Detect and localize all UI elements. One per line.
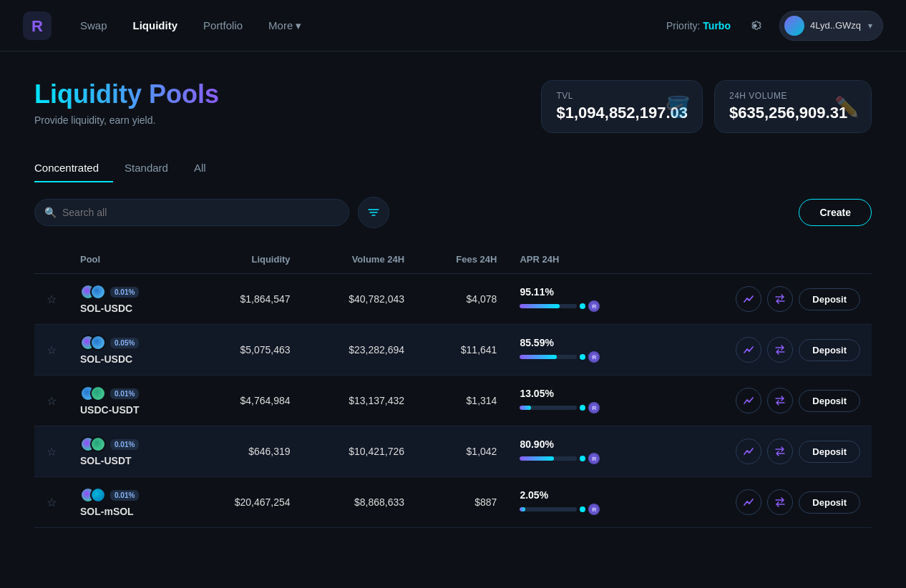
- apr-bar-bg: [520, 355, 577, 359]
- pool-token-icons: 0.01%: [80, 386, 176, 401]
- page-header: Liquidity Pools Provide liquidity, earn …: [34, 80, 872, 133]
- apr-value: 85.59%: [520, 337, 646, 348]
- svg-text:R: R: [31, 17, 43, 35]
- pool-name-cell: 0.01% USDC-USDT: [80, 386, 176, 416]
- fees-value: $1,314: [416, 376, 508, 426]
- wallet-address: 4Lyd..GWzq: [810, 20, 861, 31]
- apr-bar-row: R: [520, 402, 646, 413]
- col-apr: APR 24H: [508, 245, 658, 274]
- apr-dot: [580, 456, 585, 461]
- favorite-button[interactable]: ☆: [47, 343, 57, 357]
- raydium-badge: R: [588, 453, 600, 464]
- tab-standard[interactable]: Standard: [125, 156, 182, 182]
- favorite-button[interactable]: ☆: [47, 496, 57, 509]
- priority-value: Turbo: [703, 20, 731, 31]
- fee-badge: 0.05%: [110, 338, 139, 348]
- liquidity-value: $1,864,547: [187, 274, 301, 325]
- col-volume: Volume 24H: [302, 245, 416, 274]
- liquidity-value: $5,075,463: [187, 325, 301, 376]
- tabs-row: Concentrated Standard All: [34, 156, 872, 182]
- raydium-badge: R: [588, 504, 600, 515]
- pool-pair-name: SOL-mSOL: [80, 506, 176, 517]
- chart-button[interactable]: [736, 489, 761, 515]
- volume-value: $23,282,694: [302, 325, 416, 376]
- fees-value: $11,641: [416, 325, 508, 376]
- nav-swap[interactable]: Swap: [80, 19, 107, 32]
- deposit-button[interactable]: Deposit: [799, 390, 860, 412]
- nav-portfolio[interactable]: Portfolio: [203, 19, 243, 32]
- pool-token-icons: 0.05%: [80, 335, 176, 351]
- fee-badge: 0.01%: [110, 388, 139, 399]
- pool-name-cell: 0.01% SOL-mSOL: [80, 487, 176, 517]
- token-pair: [80, 335, 106, 351]
- nav-more[interactable]: More ▾: [268, 19, 301, 32]
- fee-badge: 0.01%: [110, 439, 139, 450]
- volume-card: 24h Volume $635,256,909.31 ✏️: [714, 80, 872, 133]
- pool-table: Pool Liquidity Volume 24H Fees 24H APR 2…: [34, 245, 872, 528]
- swap-button[interactable]: [767, 438, 793, 464]
- swap-button[interactable]: [767, 388, 793, 413]
- liquidity-value: $4,764,984: [187, 376, 301, 426]
- nav-links: Swap Liquidity Portfolio More ▾: [80, 19, 666, 32]
- apr-bar-row: R: [520, 300, 646, 312]
- search-icon: 🔍: [44, 207, 57, 218]
- deposit-button[interactable]: Deposit: [799, 441, 860, 463]
- favorite-button[interactable]: ☆: [47, 293, 57, 306]
- swap-button[interactable]: [767, 337, 793, 363]
- apr-bar-bg: [520, 456, 577, 461]
- volume-value: $13,137,432: [302, 376, 416, 426]
- app-logo[interactable]: R: [23, 11, 52, 40]
- deposit-button[interactable]: Deposit: [799, 339, 860, 361]
- search-wrapper: 🔍: [34, 199, 349, 226]
- favorite-button[interactable]: ☆: [47, 394, 57, 408]
- pool-name-cell: 0.01% SOL-USDC: [80, 284, 176, 314]
- action-buttons: Deposit: [669, 438, 860, 464]
- apr-dot: [580, 405, 585, 411]
- volume-value: $10,421,726: [302, 426, 416, 477]
- token-pair: [80, 487, 106, 503]
- pool-pair-name: SOL-USDT: [80, 455, 176, 466]
- token2-icon: [90, 487, 106, 503]
- apr-cell: 80.90% R: [520, 438, 646, 464]
- table-row: ☆ 0.01% SOL-USDC $1,864,547 $40,782,043 …: [34, 274, 872, 325]
- deposit-button[interactable]: Deposit: [799, 288, 860, 310]
- token2-icon: [90, 386, 106, 401]
- apr-bar-bg: [520, 304, 577, 308]
- tab-all[interactable]: All: [194, 156, 220, 182]
- action-buttons: Deposit: [669, 489, 860, 515]
- settings-button[interactable]: [742, 13, 768, 39]
- apr-cell: 85.59% R: [520, 337, 646, 363]
- token-pair: [80, 436, 106, 452]
- chart-button[interactable]: [736, 337, 761, 363]
- tvl-card: TVL $1,094,852,197.03 🪣: [541, 80, 703, 133]
- apr-value: 95.11%: [520, 286, 646, 298]
- token2-icon: [90, 335, 106, 351]
- token2-icon: [90, 436, 106, 452]
- filter-button[interactable]: [358, 197, 389, 228]
- swap-button[interactable]: [767, 489, 793, 515]
- chart-button[interactable]: [736, 388, 761, 413]
- page-title: Liquidity Pools: [34, 80, 219, 109]
- apr-bar-row: R: [520, 453, 646, 464]
- apr-bar-fill: [520, 456, 554, 461]
- col-liquidity: Liquidity: [187, 245, 301, 274]
- main-content: Liquidity Pools Provide liquidity, earn …: [0, 52, 906, 528]
- token-pair: [80, 284, 106, 300]
- deposit-button[interactable]: Deposit: [799, 491, 860, 514]
- col-pool: Pool: [69, 245, 187, 274]
- action-buttons: Deposit: [669, 286, 860, 312]
- apr-bar-fill: [520, 355, 557, 359]
- swap-button[interactable]: [767, 286, 793, 312]
- table-row: ☆ 0.01% SOL-USDT $646,319 $10,421,726 $1…: [34, 426, 872, 477]
- favorite-button[interactable]: ☆: [47, 445, 57, 459]
- chart-button[interactable]: [736, 286, 761, 312]
- wallet-button[interactable]: 4Lyd..GWzq ▾: [779, 11, 883, 41]
- fee-badge: 0.01%: [110, 490, 139, 501]
- search-input[interactable]: [34, 199, 349, 226]
- nav-liquidity[interactable]: Liquidity: [133, 19, 178, 32]
- apr-bar-fill: [520, 304, 560, 308]
- create-button[interactable]: Create: [799, 199, 872, 226]
- tab-concentrated[interactable]: Concentrated: [34, 156, 113, 182]
- token-pair: [80, 386, 106, 401]
- chart-button[interactable]: [736, 438, 761, 464]
